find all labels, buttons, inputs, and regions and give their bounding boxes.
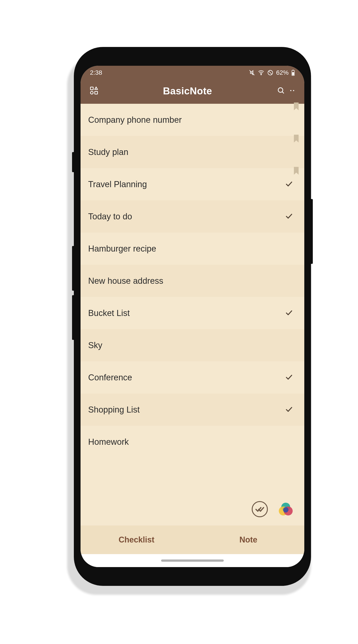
app-title: BasicNote	[100, 86, 275, 96]
status-icons: 62%	[249, 69, 295, 76]
svg-rect-8	[95, 92, 98, 94]
note-title: Sky	[88, 340, 297, 350]
bezel-button	[72, 152, 74, 172]
svg-point-0	[261, 74, 261, 75]
tab-label: Note	[239, 535, 257, 544]
note-row[interactable]: New house address	[81, 265, 304, 297]
note-title: Conference	[88, 373, 285, 382]
top-area: 2:38 62%	[81, 66, 304, 104]
search-button[interactable]	[275, 85, 287, 97]
note-row[interactable]: Company phone number	[81, 104, 304, 136]
check-icon	[285, 212, 293, 221]
svg-rect-4	[293, 70, 294, 70]
more-button[interactable]	[287, 85, 297, 97]
svg-rect-7	[90, 92, 93, 94]
tab-checklist[interactable]: Checklist	[81, 526, 192, 554]
bookmark-icon	[293, 134, 299, 144]
svg-point-9	[278, 88, 283, 92]
note-title: Study plan	[88, 147, 297, 157]
search-icon	[277, 86, 285, 96]
fab-color-palette[interactable]	[277, 500, 294, 518]
bookmark-icon	[293, 102, 299, 112]
status-bar: 2:38 62%	[81, 66, 304, 80]
note-row[interactable]: Sky	[81, 329, 304, 361]
svg-point-17	[283, 507, 288, 512]
note-title: Travel Planning	[88, 180, 285, 189]
svg-rect-6	[90, 87, 93, 90]
tab-label: Checklist	[119, 535, 154, 544]
bezel-button	[310, 199, 313, 264]
svg-rect-5	[292, 72, 294, 75]
note-row[interactable]: Homework	[81, 426, 304, 458]
check-icon	[285, 373, 293, 382]
svg-line-2	[269, 71, 272, 74]
app-bar: BasicNote	[81, 80, 304, 104]
note-row[interactable]: Bucket List	[81, 297, 304, 329]
note-row[interactable]: Conference	[81, 361, 304, 394]
note-row[interactable]: Today to do	[81, 200, 304, 232]
screen: 2:38 62%	[81, 66, 304, 567]
mute-icon	[249, 70, 255, 76]
check-icon	[285, 308, 293, 318]
bezel-button	[72, 295, 74, 340]
android-nav-bar	[81, 554, 304, 567]
svg-point-12	[293, 90, 294, 91]
categories-icon	[89, 86, 99, 96]
svg-line-10	[282, 92, 284, 94]
wifi-icon	[258, 70, 264, 76]
do-not-disturb-icon	[267, 70, 273, 76]
more-icon	[289, 87, 295, 95]
battery-icon	[291, 70, 295, 76]
note-list[interactable]: Company phone numberStudy planTravel Pla…	[81, 104, 304, 492]
note-title: Homework	[88, 437, 297, 447]
bookmark-icon	[293, 167, 299, 177]
nav-pill[interactable]	[161, 560, 224, 562]
note-title: Shopping List	[88, 405, 285, 414]
note-row[interactable]: Hamburger recipe	[81, 232, 304, 265]
check-icon	[285, 405, 293, 414]
note-row[interactable]: Shopping List	[81, 394, 304, 426]
battery-text: 62%	[276, 69, 289, 76]
note-title: New house address	[88, 276, 297, 286]
phone-frame: 2:38 62%	[74, 47, 311, 586]
note-title: Bucket List	[88, 308, 285, 318]
note-row[interactable]: Study plan	[81, 136, 304, 168]
note-title: Company phone number	[88, 115, 297, 125]
tab-note[interactable]: Note	[192, 526, 304, 554]
fab-double-check[interactable]	[251, 500, 268, 518]
note-title: Hamburger recipe	[88, 244, 297, 254]
note-title: Today to do	[88, 212, 285, 222]
svg-point-11	[290, 90, 291, 91]
check-icon	[285, 180, 293, 189]
note-row[interactable]: Travel Planning	[81, 168, 304, 200]
bezel-button	[72, 246, 74, 291]
categories-button[interactable]	[88, 85, 100, 97]
status-time: 2:38	[90, 69, 102, 76]
fab-area	[81, 492, 304, 526]
bottom-tabs: Checklist Note	[81, 526, 304, 554]
